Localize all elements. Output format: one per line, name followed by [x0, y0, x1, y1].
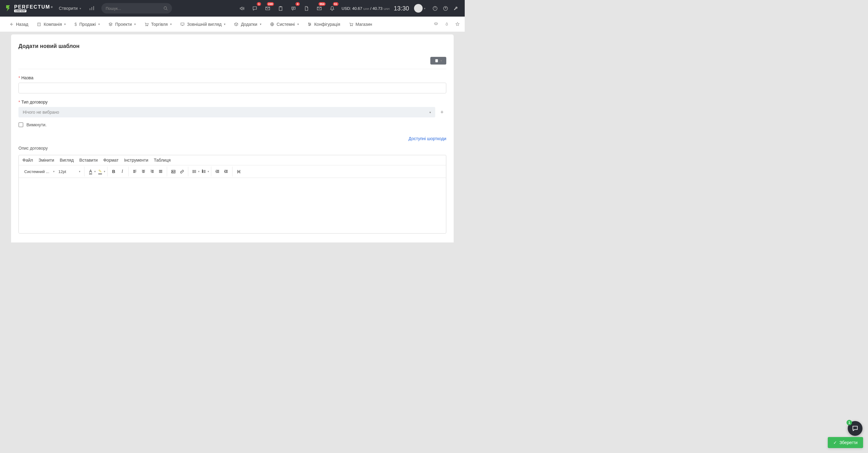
chevron-down-icon: ▾ — [53, 170, 55, 173]
layers-small-icon[interactable] — [434, 22, 438, 26]
nav-company[interactable]: Компанія ▾ — [33, 17, 70, 32]
layers-icon — [108, 22, 113, 26]
chevron-down-icon: ▾ — [80, 7, 81, 10]
search-box[interactable] — [101, 3, 172, 13]
type-select[interactable]: Нічого не вибрано ▾ — [19, 107, 435, 117]
nav-trade[interactable]: Торгівля ▾ — [140, 17, 176, 32]
cart-icon — [349, 22, 353, 26]
bell-badge: 61 — [333, 2, 339, 6]
name-input[interactable] — [19, 83, 446, 93]
italic-button[interactable]: I — [118, 167, 127, 176]
align-justify-button[interactable] — [156, 167, 165, 176]
add-type-button[interactable]: + — [438, 107, 446, 117]
page-title: Додати новий шаблон — [19, 43, 446, 50]
pdf-button[interactable]: ▾ — [430, 57, 446, 64]
align-left-button[interactable] — [130, 167, 139, 176]
mail-badge: 249 — [267, 2, 274, 6]
menu-insert[interactable]: Вставити — [79, 158, 98, 162]
nav-shop[interactable]: Магазин — [345, 17, 377, 32]
package-icon — [234, 22, 238, 26]
menu-format[interactable]: Формат — [103, 158, 119, 162]
nav-config[interactable]: Конфігурація — [303, 17, 345, 32]
search-input[interactable] — [106, 6, 163, 11]
message-icon[interactable]: 4 — [288, 3, 299, 13]
flame-icon[interactable] — [444, 22, 449, 26]
logo[interactable]: PERFECTUM CRM+ERP ® — [4, 4, 53, 12]
svg-point-8 — [148, 25, 148, 26]
chevron-down-icon: ▾ — [224, 23, 225, 26]
create-button[interactable]: Створити ▾ — [59, 6, 81, 11]
stats-icon[interactable] — [87, 3, 97, 13]
menu-table[interactable]: Таблиця — [154, 158, 171, 162]
svg-point-13 — [309, 25, 310, 26]
image-button[interactable] — [169, 167, 178, 176]
power-icon[interactable] — [430, 3, 440, 13]
wrench-icon[interactable] — [451, 3, 461, 13]
nav-sales[interactable]: $ Продажі ▾ — [70, 17, 104, 32]
pagebreak-button[interactable] — [235, 167, 243, 176]
font-family-select[interactable]: Системний ... ▾ — [23, 169, 57, 174]
currency-display: USD: 40.67 UAH / 40.73 UAH — [342, 6, 390, 11]
nav-addons[interactable]: Додатки ▾ — [230, 17, 266, 32]
font-size-select[interactable]: 12pt ▾ — [57, 169, 82, 174]
nav-appearance[interactable]: Зовнішній вигляд ▾ — [176, 17, 230, 32]
disable-checkbox[interactable] — [19, 122, 23, 127]
star-icon[interactable] — [455, 22, 460, 26]
logo-subtext: CRM+ERP — [14, 9, 26, 12]
menu-file[interactable]: Файл — [23, 158, 33, 162]
svg-rect-2 — [279, 6, 282, 10]
chevron-down-icon[interactable]: ▾ — [104, 170, 105, 173]
menu-tools[interactable]: Інструменти — [124, 158, 148, 162]
name-label: *Назва — [19, 75, 446, 80]
bold-button[interactable]: B — [110, 167, 118, 176]
nav-back[interactable]: Назад — [5, 17, 33, 32]
logo-mark-icon — [4, 4, 12, 12]
editor-body[interactable] — [19, 178, 446, 233]
file-icon[interactable] — [301, 3, 311, 13]
link-button[interactable] — [178, 167, 186, 176]
help-icon[interactable] — [440, 3, 451, 13]
chevron-down-icon: ▾ — [440, 59, 442, 62]
form-card: Додати новий шаблон ▾ *Назва *Тип догово… — [11, 34, 454, 242]
chat-icon[interactable]: 1 — [249, 3, 260, 13]
indent-button[interactable] — [222, 167, 230, 176]
align-right-button[interactable] — [148, 167, 156, 176]
nav-projects[interactable]: Проекти ▾ — [104, 17, 140, 32]
inbox-icon[interactable]: 964 — [314, 3, 324, 13]
mail-icon[interactable]: 249 — [262, 3, 273, 13]
menu-view[interactable]: Вигляд — [60, 158, 74, 162]
svg-rect-6 — [38, 23, 40, 26]
avatar[interactable] — [414, 4, 423, 12]
nav-system[interactable]: Системні ▾ — [266, 17, 303, 32]
clipboard-icon[interactable] — [275, 3, 286, 13]
text-color-button[interactable]: A — [86, 167, 95, 176]
svg-point-7 — [146, 25, 146, 26]
bell-icon[interactable]: 61 — [327, 3, 337, 13]
chevron-down-icon: ▾ — [134, 23, 136, 26]
svg-point-0 — [164, 7, 167, 9]
highlight-button[interactable]: ✎ — [96, 167, 104, 176]
shortcodes-link[interactable]: Доступні шорткоди — [408, 136, 446, 141]
chevron-down-icon[interactable]: ▾ — [208, 170, 209, 173]
sound-icon[interactable] — [237, 3, 247, 13]
content-area: Додати новий шаблон ▾ *Назва *Тип догово… — [0, 32, 465, 242]
dollar-icon: $ — [74, 22, 77, 27]
chevron-down-icon: ▾ — [98, 23, 100, 26]
chat-badge: 1 — [257, 2, 261, 6]
inbox-badge: 964 — [318, 2, 326, 6]
navbar: Назад Компанія ▾ $ Продажі ▾ Проекти ▾ Т… — [0, 17, 465, 32]
align-center-button[interactable] — [139, 167, 148, 176]
chevron-down-icon: ▾ — [429, 111, 431, 114]
disable-label: Вимкнути. — [26, 122, 47, 127]
menu-edit[interactable]: Змінити — [38, 158, 54, 162]
topbar: PERFECTUM CRM+ERP ® Створити ▾ 1 249 — [0, 0, 465, 17]
logo-registered: ® — [51, 6, 53, 9]
chevron-down-icon: ▾ — [170, 23, 172, 26]
monitor-icon — [180, 22, 185, 26]
outdent-button[interactable] — [213, 167, 222, 176]
svg-rect-9 — [181, 23, 184, 25]
avatar-chevron-icon[interactable]: ▾ — [424, 7, 425, 10]
nav-back-label: Назад — [16, 22, 28, 27]
bullet-list-button[interactable] — [190, 167, 199, 176]
numbered-list-button[interactable]: 123 — [199, 167, 208, 176]
